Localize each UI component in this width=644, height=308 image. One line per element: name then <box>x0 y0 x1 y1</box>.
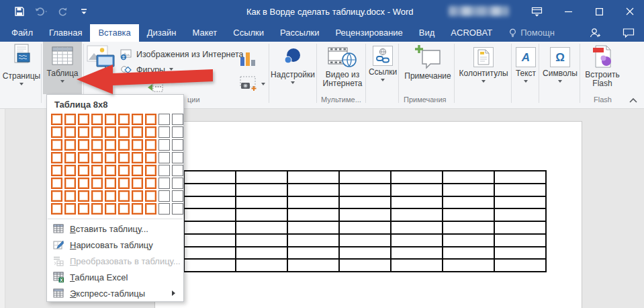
tab-ссылки[interactable]: Ссылки <box>225 24 272 42</box>
redo-button[interactable] <box>55 4 70 19</box>
tab-рецензирование[interactable]: Рецензирование <box>327 24 410 42</box>
grid-cell-3x9[interactable] <box>158 139 170 151</box>
pages-button[interactable]: Страницы <box>3 44 40 87</box>
grid-cell-5x1[interactable] <box>51 165 62 176</box>
grid-cell-1x9[interactable] <box>158 114 170 125</box>
grid-cell-5x2[interactable] <box>64 165 76 176</box>
grid-cell-8x6[interactable] <box>118 203 130 215</box>
tab-файл[interactable]: Файл <box>3 24 41 42</box>
grid-cell-6x2[interactable] <box>64 178 76 189</box>
grid-cell-8x5[interactable] <box>105 203 116 215</box>
tab-рассылки[interactable]: Рассылки <box>272 24 327 42</box>
grid-cell-5x10[interactable] <box>172 165 183 176</box>
grid-cell-6x9[interactable] <box>158 178 170 189</box>
links-button[interactable]: Ссылки <box>368 46 398 83</box>
grid-cell-3x4[interactable] <box>91 139 103 151</box>
grid-cell-4x5[interactable] <box>105 152 116 163</box>
grid-cell-6x4[interactable] <box>91 178 103 189</box>
grid-cell-7x4[interactable] <box>91 190 103 202</box>
grid-cell-3x8[interactable] <box>145 139 156 151</box>
grid-cell-2x6[interactable] <box>118 126 130 138</box>
menu-item-insert-table[interactable]: Вставить таблицу... <box>47 221 183 237</box>
grid-cell-5x9[interactable] <box>158 165 170 176</box>
grid-cell-4x1[interactable] <box>51 152 62 163</box>
customize-quick-access-button[interactable] <box>77 4 91 19</box>
chart-button[interactable] <box>239 50 257 70</box>
grid-cell-7x6[interactable] <box>118 190 130 202</box>
grid-cell-3x7[interactable] <box>132 139 143 151</box>
grid-cell-6x8[interactable] <box>145 178 156 189</box>
grid-cell-6x5[interactable] <box>105 178 116 189</box>
grid-cell-5x4[interactable] <box>91 165 103 176</box>
grid-cell-3x1[interactable] <box>51 139 62 151</box>
grid-cell-5x3[interactable] <box>78 165 89 176</box>
symbols-button[interactable]: Ω Символы <box>541 47 580 85</box>
grid-cell-1x2[interactable] <box>64 114 76 125</box>
grid-cell-1x3[interactable] <box>78 114 89 125</box>
grid-cell-8x8[interactable] <box>145 203 156 215</box>
grid-cell-1x4[interactable] <box>91 114 103 125</box>
grid-cell-8x2[interactable] <box>64 203 76 215</box>
menu-item-excel-table[interactable]: XТаблица Excel <box>47 269 183 285</box>
grid-cell-5x7[interactable] <box>132 165 143 176</box>
grid-cell-1x6[interactable] <box>118 114 130 125</box>
grid-cell-3x2[interactable] <box>64 139 76 151</box>
tab-макет[interactable]: Макет <box>184 24 225 42</box>
addins-button[interactable]: Надстройки <box>271 46 314 86</box>
text-button[interactable]: A Текст <box>512 47 539 85</box>
grid-cell-3x6[interactable] <box>118 139 130 151</box>
menu-item-draw-table[interactable]: Нарисовать таблицу <box>47 237 183 253</box>
grid-cell-5x5[interactable] <box>105 165 116 176</box>
online-video-button[interactable]: Видео из Интернета <box>320 46 365 88</box>
grid-cell-2x3[interactable] <box>78 126 89 138</box>
tab-помощн[interactable]: Помощн <box>500 24 563 42</box>
tab-acrobat[interactable]: ACROBAT <box>443 24 500 42</box>
grid-cell-7x5[interactable] <box>105 190 116 202</box>
grid-cell-6x1[interactable] <box>51 178 62 189</box>
grid-cell-7x1[interactable] <box>51 190 62 202</box>
header-footer-button[interactable]: Колонтитулы <box>456 47 511 85</box>
grid-cell-4x2[interactable] <box>64 152 76 163</box>
minimize-button[interactable] <box>557 0 580 23</box>
grid-cell-2x10[interactable] <box>172 126 183 138</box>
ribbon-display-options-button[interactable] <box>525 0 548 23</box>
grid-cell-8x4[interactable] <box>91 203 103 215</box>
grid-cell-2x5[interactable] <box>105 126 116 138</box>
grid-cell-6x6[interactable] <box>118 178 130 189</box>
grid-cell-7x2[interactable] <box>64 190 76 202</box>
grid-cell-3x5[interactable] <box>105 139 116 151</box>
tab-дизайн[interactable]: Дизайн <box>139 24 185 42</box>
grid-cell-7x10[interactable] <box>172 190 183 202</box>
screenshot-button[interactable] <box>240 76 265 92</box>
grid-cell-4x4[interactable] <box>91 152 103 163</box>
grid-cell-6x3[interactable] <box>78 178 89 189</box>
grid-cell-7x8[interactable] <box>145 190 156 202</box>
grid-cell-2x7[interactable] <box>132 126 143 138</box>
collapse-ribbon-button[interactable] <box>629 95 638 107</box>
grid-cell-3x3[interactable] <box>78 139 89 151</box>
tab-вставка[interactable]: Вставка <box>90 24 138 42</box>
close-button[interactable] <box>618 0 641 23</box>
tab-вид[interactable]: Вид <box>411 24 443 42</box>
grid-cell-2x8[interactable] <box>145 126 156 138</box>
grid-cell-8x7[interactable] <box>132 203 143 215</box>
embed-flash-button[interactable]: Встроить Flash <box>582 44 623 88</box>
comment-button[interactable]: Примечание <box>401 44 455 81</box>
document-page[interactable] <box>154 121 582 308</box>
grid-cell-5x6[interactable] <box>118 165 130 176</box>
grid-cell-4x6[interactable] <box>118 152 130 163</box>
grid-cell-1x8[interactable] <box>145 114 156 125</box>
grid-cell-2x4[interactable] <box>91 126 103 138</box>
maximize-button[interactable] <box>588 0 610 23</box>
comments-button[interactable] <box>620 26 637 40</box>
share-person-button[interactable] <box>587 26 603 40</box>
grid-cell-4x10[interactable] <box>172 152 183 163</box>
grid-cell-8x1[interactable] <box>51 203 62 215</box>
grid-cell-4x9[interactable] <box>158 152 170 163</box>
grid-cell-4x7[interactable] <box>132 152 143 163</box>
undo-button[interactable] <box>34 4 48 19</box>
grid-cell-7x7[interactable] <box>132 190 143 202</box>
grid-cell-2x2[interactable] <box>64 126 76 138</box>
menu-item-quick-tables[interactable]: Экспресс-таблицы <box>47 285 183 301</box>
tab-главная[interactable]: Главная <box>41 24 90 42</box>
